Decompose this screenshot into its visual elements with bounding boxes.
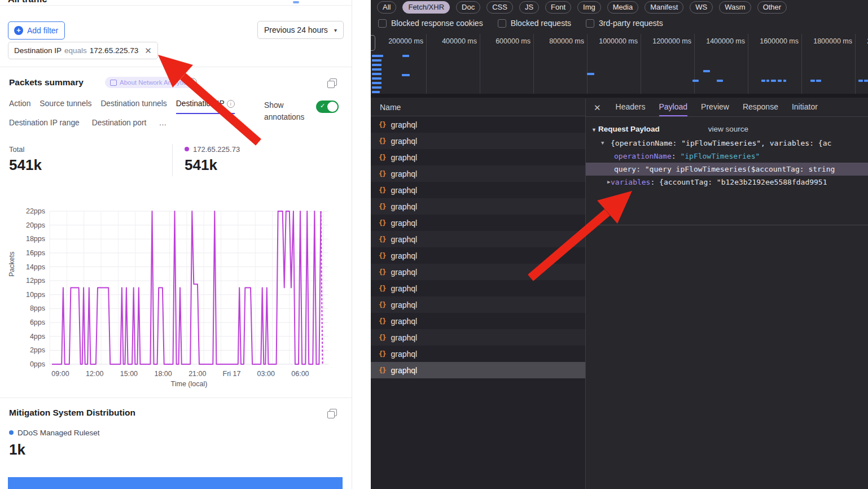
json-file-icon: {} xyxy=(379,203,385,211)
request-name: graphql xyxy=(391,120,417,129)
tab-destination-ip[interactable]: Destination IPi xyxy=(176,99,235,114)
devtools-panel: AllFetch/XHRDocCSSJSFontImgMediaManifest… xyxy=(371,0,868,489)
filter-pill-js[interactable]: JS xyxy=(519,1,539,14)
filter-pill-img[interactable]: Img xyxy=(577,1,601,14)
svg-text:10pps: 10pps xyxy=(26,291,45,299)
svg-text:6pps: 6pps xyxy=(30,318,45,326)
show-annotations-toggle[interactable]: ✓ xyxy=(316,101,339,113)
legend-dot xyxy=(185,147,189,151)
request-row[interactable]: {}graphql xyxy=(371,231,585,247)
request-row[interactable]: {}graphql xyxy=(371,247,585,264)
tab-destination-tunnels[interactable]: Destination tunnels xyxy=(100,99,166,114)
request-timing-mark xyxy=(858,80,863,82)
request-row[interactable]: {}graphql xyxy=(371,198,585,215)
badge-label: About Network Analytics xyxy=(120,79,190,86)
request-row[interactable]: {}graphql xyxy=(371,215,585,231)
checkbox-blocked-requests[interactable]: Blocked requests xyxy=(498,19,571,28)
tab-action[interactable]: Action xyxy=(9,99,30,114)
request-timing-mark xyxy=(372,68,382,71)
time-range-value: Previous 24 hours xyxy=(264,25,328,34)
json-file-icon: {} xyxy=(379,268,385,276)
filter-pill-manifest[interactable]: Manifest xyxy=(645,1,683,14)
filter-pill-doc[interactable]: Doc xyxy=(456,1,480,14)
json-file-icon: {} xyxy=(379,334,385,342)
detail-tab-preview[interactable]: Preview xyxy=(701,99,729,116)
about-network-analytics-badge[interactable]: About Network Analytics xyxy=(105,77,195,88)
json-file-icon: {} xyxy=(379,285,385,292)
request-list: Name {}graphql{}graphql{}graphql{}graphq… xyxy=(371,99,585,489)
stat-label: Total xyxy=(9,145,150,154)
popout-icon[interactable] xyxy=(330,78,337,86)
payload-tree-row[interactable]: query: "query ipFlowTimeseries($accountT… xyxy=(586,163,868,176)
view-source-link[interactable]: view source xyxy=(708,125,748,133)
request-timing-mark xyxy=(372,82,382,84)
request-rows: {}graphql{}graphql{}graphql{}graphql{}gr… xyxy=(371,116,585,378)
filter-chip[interactable]: Destination IP equals 172.65.225.73 ✕ xyxy=(8,42,158,59)
remove-filter-icon[interactable]: ✕ xyxy=(144,46,152,56)
checkbox-3rd-party-requests[interactable]: 3rd-party requests xyxy=(586,19,663,28)
expand-right-icon[interactable]: ▶ xyxy=(607,176,610,189)
svg-text:22pps: 22pps xyxy=(26,207,45,215)
time-range-dropdown[interactable]: Previous 24 hours ▾ xyxy=(257,21,344,39)
request-row[interactable]: {}graphql xyxy=(371,313,585,329)
request-timing-mark xyxy=(864,80,868,82)
tab-destination-ip-range[interactable]: Destination IP range xyxy=(9,119,80,127)
request-row[interactable]: {}graphql xyxy=(371,296,585,313)
json-file-icon: {} xyxy=(379,317,385,325)
payload-value: "ipFlowTimeseries" xyxy=(680,152,760,160)
request-timing-mark xyxy=(761,80,765,82)
network-overview-timeline[interactable]: 200000 ms400000 ms600000 ms800000 ms1000… xyxy=(371,33,868,98)
svg-text:03:00: 03:00 xyxy=(257,370,275,378)
detail-tab-payload[interactable]: Payload xyxy=(659,99,688,116)
json-file-icon: {} xyxy=(379,137,385,145)
detail-tab-headers[interactable]: Headers xyxy=(616,99,646,116)
request-row[interactable]: {}graphql xyxy=(371,165,585,182)
detail-tab-response[interactable]: Response xyxy=(743,99,778,116)
tab-source-tunnels[interactable]: Source tunnels xyxy=(40,99,91,114)
request-row[interactable]: {}graphql xyxy=(371,346,585,362)
filter-pill-all[interactable]: All xyxy=(377,1,396,14)
request-row[interactable]: {}graphql xyxy=(371,182,585,198)
name-column-header[interactable]: Name xyxy=(371,99,585,116)
checkbox-blocked-response-cookies[interactable]: Blocked response cookies xyxy=(378,19,483,28)
timeline-handle[interactable] xyxy=(371,35,375,51)
svg-text:18:00: 18:00 xyxy=(154,370,172,378)
add-filter-button[interactable]: + Add filter xyxy=(8,21,65,40)
popout-icon[interactable] xyxy=(330,409,337,416)
request-row[interactable]: {}graphql xyxy=(371,329,585,346)
request-name: graphql xyxy=(391,186,417,195)
detail-tab-initiator[interactable]: Initiator xyxy=(792,99,818,116)
tab--[interactable]: … xyxy=(159,119,166,127)
filter-pill-media[interactable]: Media xyxy=(607,1,638,14)
timeline-tick-label: 600000 ms xyxy=(483,37,531,45)
request-row[interactable]: {}graphql xyxy=(371,149,585,165)
timeline-gridline xyxy=(533,34,534,94)
request-payload-header: ▼ Request Payload view source xyxy=(591,125,868,133)
request-timing-mark xyxy=(372,55,383,57)
tab-destination-port[interactable]: Destination port xyxy=(92,119,147,127)
filter-pill-other[interactable]: Other xyxy=(757,1,787,14)
request-row[interactable]: {}graphql xyxy=(371,133,585,149)
filter-pill-css[interactable]: CSS xyxy=(486,1,513,14)
filter-pill-wasm[interactable]: Wasm xyxy=(719,1,751,14)
checkbox-icon xyxy=(498,19,506,28)
divider xyxy=(0,67,352,67)
request-row[interactable]: {}graphql xyxy=(371,116,585,133)
clock-icon xyxy=(188,78,197,86)
request-row[interactable]: {}graphql xyxy=(371,362,585,378)
filter-pill-fetch-xhr[interactable]: Fetch/XHR xyxy=(402,1,450,14)
filter-pill-font[interactable]: Font xyxy=(545,1,571,14)
chevron-down-icon: ▾ xyxy=(334,27,337,33)
json-file-icon: {} xyxy=(379,186,385,194)
request-timing-mark xyxy=(717,80,723,82)
payload-key: query xyxy=(614,165,636,173)
filter-pill-ws[interactable]: WS xyxy=(690,1,713,14)
expand-down-icon[interactable]: ▼ xyxy=(591,127,597,133)
expand-down-icon[interactable]: ▼ xyxy=(601,137,604,150)
request-row[interactable]: {}graphql xyxy=(371,264,585,280)
close-icon[interactable]: ✕ xyxy=(594,103,601,113)
mitigation-bar xyxy=(8,477,343,489)
request-timing-mark xyxy=(771,80,776,82)
request-row[interactable]: {}graphql xyxy=(371,280,585,296)
stat-label: 172.65.225.73 xyxy=(185,145,326,154)
